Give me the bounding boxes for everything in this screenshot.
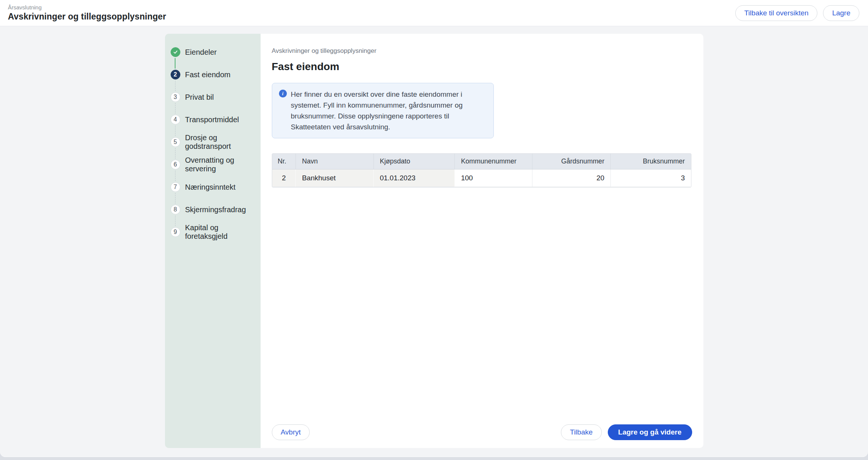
cell-gardsnummer-input[interactable]: 20 [532, 169, 611, 187]
save-button[interactable]: Lagre [823, 5, 859, 21]
app-eyebrow: Årsavslutning [8, 4, 166, 10]
stepper-step-drosje[interactable]: 5 Drosje og godstransport [171, 137, 257, 147]
column-header-nr: Nr. [272, 154, 296, 169]
step-number-badge: 8 [171, 205, 180, 214]
stepper-step-skjermingsfradrag[interactable]: 8 Skjermingsfradrag [171, 205, 257, 214]
page-title: Avskrivninger og tilleggsopplysninger [8, 12, 166, 22]
info-icon: i [279, 90, 287, 97]
stepper-step-fast-eiendom[interactable]: 2 Fast eiendom [171, 70, 257, 79]
check-icon [171, 47, 180, 57]
wizard-panel: Eiendeler 2 Fast eiendom 3 Privat bil 4 … [165, 34, 703, 448]
stepper-step-naeringsinntekt[interactable]: 7 Næringsinntekt [171, 182, 257, 192]
step-number-badge: 6 [171, 160, 180, 169]
header-title-block: Årsavslutning Avskrivninger og tilleggso… [8, 4, 166, 22]
content-card: Avskrivninger og tilleggsopplysninger Fa… [261, 34, 703, 448]
cell-kjopsdato: 01.01.2023 [374, 169, 455, 187]
cell-bruksnummer-input[interactable]: 3 [611, 169, 691, 187]
info-text: Her finner du en oversikt over dine fast… [291, 89, 487, 132]
app-window: Årsavslutning Avskrivninger og tilleggso… [0, 0, 868, 457]
section-heading: Fast eiendom [272, 61, 692, 73]
table-row: 2 Bankhuset 01.01.2023 100 20 3 [272, 169, 691, 187]
step-number-badge: 3 [171, 92, 180, 102]
step-label: Fast eiendom [185, 70, 231, 79]
footer-right-actions: Tilbake Lagre og gå videre [561, 424, 692, 440]
step-label: Eiendeler [185, 48, 217, 57]
cell-navn: Bankhuset [296, 169, 373, 187]
header-actions: Tilbake til oversikten Lagre [735, 5, 859, 21]
column-header-kjopsdato: Kjøpsdato [374, 154, 455, 169]
cell-nr: 2 [272, 169, 296, 187]
step-label: Transportmiddel [185, 115, 239, 124]
step-label: Overnatting og servering [185, 156, 257, 173]
column-header-bruksnummer: Bruksnummer [611, 154, 691, 169]
step-label: Kapital og foretaksgjeld [185, 223, 257, 241]
stepper-step-eiendeler[interactable]: Eiendeler [171, 47, 257, 57]
column-header-kommunenummer: Kommunenummer [455, 154, 532, 169]
step-label: Skjermingsfradrag [185, 205, 246, 214]
stepper-sidebar: Eiendeler 2 Fast eiendom 3 Privat bil 4 … [165, 34, 261, 448]
stepper-step-kapital[interactable]: 9 Kapital og foretaksgjeld [171, 227, 257, 237]
page-body: Eiendeler 2 Fast eiendom 3 Privat bil 4 … [0, 26, 868, 457]
step-label: Drosje og godstransport [185, 133, 257, 151]
cell-kommunenummer-input[interactable]: 100 [455, 169, 532, 187]
top-header: Årsavslutning Avskrivninger og tilleggso… [0, 0, 868, 26]
step-number-badge: 4 [171, 115, 180, 124]
column-header-navn: Navn [296, 154, 373, 169]
step-label: Næringsinntekt [185, 183, 236, 192]
cancel-button[interactable]: Avbryt [272, 424, 310, 440]
stepper-step-privat-bil[interactable]: 3 Privat bil [171, 92, 257, 102]
info-box: i Her finner du en oversikt over dine fa… [272, 83, 494, 138]
step-number-badge: 5 [171, 137, 180, 147]
card-footer: Avbryt Tilbake Lagre og gå videre [272, 424, 692, 440]
column-header-gardsnummer: Gårdsnummer [532, 154, 611, 169]
properties-table: Nr. Navn Kjøpsdato Kommunenummer Gårdsnu… [272, 153, 691, 187]
stepper-step-transportmiddel[interactable]: 4 Transportmiddel [171, 115, 257, 124]
back-to-overview-button[interactable]: Tilbake til oversikten [735, 5, 817, 21]
stepper-step-overnatting[interactable]: 6 Overnatting og servering [171, 160, 257, 169]
step-number-badge: 2 [171, 70, 180, 79]
step-label: Privat bil [185, 93, 214, 102]
step-number-badge: 7 [171, 182, 180, 192]
breadcrumb: Avskrivninger og tilleggsopplysninger [272, 47, 692, 55]
table-header-row: Nr. Navn Kjøpsdato Kommunenummer Gårdsnu… [272, 154, 691, 169]
back-button[interactable]: Tilbake [561, 424, 602, 440]
save-continue-button[interactable]: Lagre og gå videre [608, 424, 692, 440]
step-number-badge: 9 [171, 227, 180, 237]
